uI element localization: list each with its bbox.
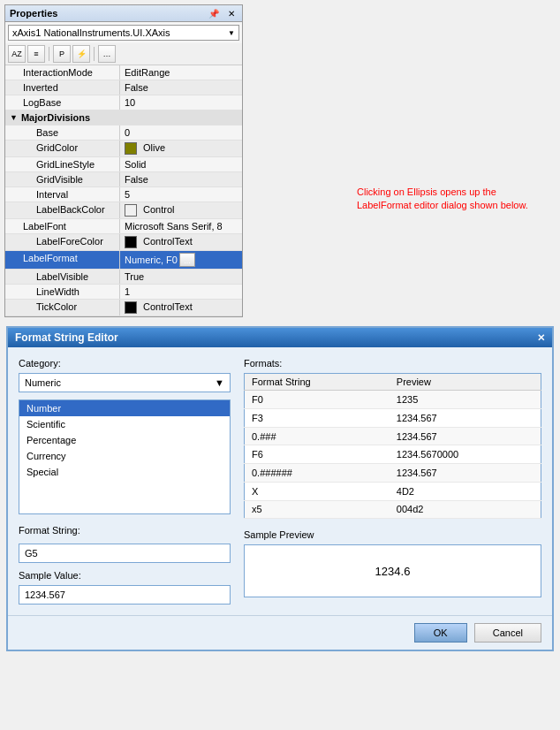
- format-row-f0[interactable]: F0 1235: [245, 391, 541, 409]
- toolbar-separator2: [94, 47, 95, 61]
- prop-row-labelfont[interactable]: LabelFont Microsoft Sans Serif, 8: [5, 219, 242, 234]
- listbox-item-currency[interactable]: Currency: [19, 448, 230, 464]
- prop-row-interactionmode[interactable]: InteractionMode EditRange: [5, 65, 242, 80]
- format-value-x: X: [245, 482, 390, 500]
- close-icon[interactable]: ✕: [225, 9, 238, 19]
- listbox-item-scientific[interactable]: Scientific: [19, 416, 230, 432]
- prop-value-interactionmode: EditRange: [120, 65, 242, 80]
- sample-value-label: Sample Value:: [19, 570, 231, 581]
- preview-value-f3: 1234.567: [390, 409, 541, 428]
- format-value-0hash6: 0.######: [245, 464, 390, 483]
- preview-value-0hash3: 1234.567: [390, 427, 541, 445]
- category-majordivisions[interactable]: ▼ MajorDivisions: [5, 110, 242, 125]
- format-row-f6[interactable]: F6 1234.5670000: [245, 445, 541, 464]
- category-dropdown-selected: Numeric: [25, 377, 61, 388]
- sample-preview-box: 1234.6: [244, 544, 541, 597]
- toolbar-separator: [49, 47, 49, 61]
- prop-name-gridlinestyle: GridLineStyle: [5, 157, 120, 171]
- pin-icon[interactable]: 📌: [206, 9, 222, 19]
- preview-value-f0: 1235: [390, 391, 541, 409]
- format-string-dialog: Format String Editor ✕ Category: Numeric…: [6, 326, 554, 651]
- prop-row-tickcolor[interactable]: TickColor ControlText: [5, 300, 242, 316]
- prop-value-linewidth: 1: [120, 285, 242, 299]
- format-value-0hash3: 0.###: [245, 427, 390, 445]
- prop-name-interval: Interval: [5, 187, 120, 202]
- category-label: Category:: [19, 358, 231, 369]
- prop-row-labelformat[interactable]: LabelFormat Numeric, F0 ...: [5, 251, 242, 270]
- sample-preview-section: Sample Preview 1234.6: [244, 529, 541, 597]
- ellipsis-button[interactable]: ...: [179, 253, 195, 267]
- prop-row-gridvisible[interactable]: GridVisible False: [5, 172, 242, 187]
- cancel-button[interactable]: Cancel: [474, 623, 541, 643]
- prop-name-labelvisible: LabelVisible: [5, 270, 120, 284]
- sample-preview-label: Sample Preview: [244, 529, 541, 540]
- gridcolor-swatch: [125, 142, 137, 155]
- prop-row-labelvisible[interactable]: LabelVisible True: [5, 270, 242, 285]
- prop-name-inverted: Inverted: [5, 80, 120, 95]
- formats-table: Format String Preview F0 1235 F3 1: [244, 373, 541, 519]
- prop-value-logbase: 10: [120, 95, 242, 110]
- dialog-title: Format String Editor: [15, 331, 118, 344]
- prop-row-gridlinestyle[interactable]: GridLineStyle Solid: [5, 157, 242, 172]
- prop-row-inverted[interactable]: Inverted False: [5, 80, 242, 95]
- properties-scroll-area[interactable]: InteractionMode EditRange Inverted False…: [5, 65, 242, 316]
- dialog-body: Category: Numeric ▼ Number Scientific Pe…: [8, 347, 552, 615]
- dialog-close-button[interactable]: ✕: [537, 332, 545, 344]
- prop-row-base[interactable]: Base 0: [5, 125, 242, 141]
- prop-row-labelforecolor[interactable]: LabelForeColor ControlText: [5, 234, 242, 251]
- labelformat-value-text: Numeric, F0: [125, 255, 178, 265]
- ok-button[interactable]: OK: [414, 623, 467, 643]
- prop-row-interval[interactable]: Interval 5: [5, 187, 242, 202]
- format-string-input[interactable]: [19, 544, 231, 563]
- format-row-f3[interactable]: F3 1234.567: [245, 409, 541, 428]
- prop-row-linewidth[interactable]: LineWidth 1: [5, 285, 242, 300]
- sample-value-input[interactable]: [19, 585, 231, 605]
- format-row-0hash3[interactable]: 0.### 1234.567: [245, 427, 541, 445]
- listbox-item-percentage[interactable]: Percentage: [19, 432, 230, 448]
- prop-row-labelbackcolor[interactable]: LabelBackColor Control: [5, 202, 242, 219]
- annotation: Clicking on Ellipsis opens up the LabelF…: [348, 177, 542, 222]
- prop-name-interactionmode: InteractionMode: [5, 65, 120, 80]
- category-listbox[interactable]: Number Scientific Percentage Currency Sp…: [19, 399, 231, 514]
- format-row-x5[interactable]: x5 004d2: [245, 500, 541, 519]
- format-string-section: Format String:: [19, 525, 231, 563]
- format-row-0hash6[interactable]: 0.###### 1234.567: [245, 464, 541, 483]
- prop-row-logbase[interactable]: LogBase 10: [5, 95, 242, 110]
- events-view-button[interactable]: ⚡: [72, 45, 90, 63]
- tickcolor-swatch: [125, 301, 137, 314]
- object-selector[interactable]: xAxis1 NationalInstruments.UI.XAxis ▼: [8, 25, 239, 41]
- prop-name-tickcolor: TickColor: [5, 300, 120, 316]
- listbox-item-special[interactable]: Special: [19, 464, 230, 480]
- properties-view-button[interactable]: P: [53, 45, 71, 63]
- format-string-label: Format String:: [19, 525, 231, 536]
- properties-titlebar: Properties 📌 ✕: [5, 5, 242, 22]
- labelforecolor-swatch: [125, 236, 137, 248]
- prop-value-gridcolor: Olive: [120, 141, 242, 156]
- format-value-f6: F6: [245, 445, 390, 464]
- prop-value-inverted: False: [120, 80, 242, 95]
- dialog-overlay: Format String Editor ✕ Category: Numeric…: [0, 326, 560, 651]
- format-row-x[interactable]: X 4D2: [245, 482, 541, 500]
- prop-value-labelfont: Microsoft Sans Serif, 8: [120, 219, 242, 233]
- properties-toolbar: AZ ≡ P ⚡ …: [5, 43, 242, 65]
- more-button[interactable]: …: [98, 45, 116, 63]
- category-dropdown[interactable]: Numeric ▼: [19, 373, 231, 392]
- prop-value-interval: 5: [120, 187, 242, 202]
- listbox-item-number[interactable]: Number: [19, 400, 230, 416]
- titlebar-controls: 📌 ✕: [206, 9, 238, 19]
- sort-category-button[interactable]: ≡: [27, 45, 45, 63]
- category-dropdown-arrow-icon: ▼: [215, 377, 224, 388]
- prop-value-labelvisible: True: [120, 270, 242, 284]
- sort-alpha-button[interactable]: AZ: [8, 45, 26, 63]
- prop-value-labelforecolor: ControlText: [120, 234, 242, 250]
- format-value-f0: F0: [245, 391, 390, 409]
- dialog-columns: Category: Numeric ▼ Number Scientific Pe…: [19, 358, 541, 605]
- prop-value-labelformat: Numeric, F0 ...: [120, 251, 242, 269]
- prop-name-labelforecolor: LabelForeColor: [5, 234, 120, 250]
- prop-name-labelbackcolor: LabelBackColor: [5, 202, 120, 218]
- expand-icon[interactable]: ▼: [10, 113, 18, 122]
- prop-name-labelfont: LabelFont: [5, 219, 120, 233]
- dialog-left-column: Category: Numeric ▼ Number Scientific Pe…: [19, 358, 231, 605]
- preview-value-x5: 004d2: [390, 500, 541, 519]
- prop-row-gridcolor[interactable]: GridColor Olive: [5, 141, 242, 157]
